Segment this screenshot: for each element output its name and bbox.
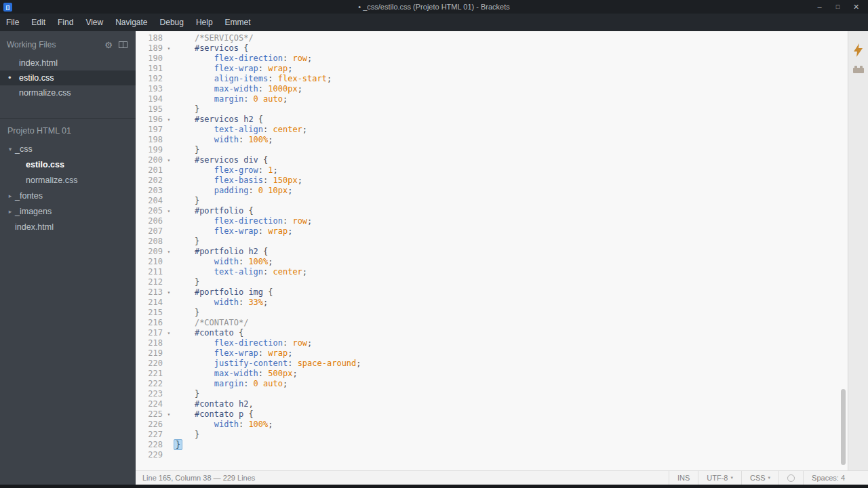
menu-edit[interactable]: Edit [25, 14, 52, 31]
line-number: 216 [136, 318, 163, 328]
line-number: 215 [136, 308, 163, 318]
code-text: flex-direction: row; [175, 216, 312, 226]
code-text: /*CONTATO*/ [175, 318, 248, 328]
lint-status[interactable] [778, 471, 803, 485]
split-view-icon[interactable] [119, 41, 127, 48]
code-line-222: 222 margin: 0 auto; [136, 379, 848, 389]
fold-arrow-icon[interactable]: ▾ [163, 328, 175, 338]
live-preview-icon[interactable] [854, 43, 863, 57]
code-text: max-width: 500px; [175, 369, 298, 379]
window-title: • _css/estilo.css (Projeto HTML 01) - Br… [0, 0, 868, 14]
unsaved-dot: • [8, 70, 12, 85]
code-text: } [175, 430, 199, 440]
fold-gutter [163, 369, 175, 379]
code-text: width: 100%; [175, 135, 273, 145]
code-text: max-width: 1000px; [175, 84, 302, 94]
indent-setting[interactable]: Spaces: 4 [803, 471, 868, 485]
code-text: text-align: center; [175, 125, 307, 135]
fold-gutter [163, 308, 175, 318]
menu-help[interactable]: Help [190, 14, 219, 31]
code-line-213: 213▾ #portfolio img { [136, 287, 848, 298]
tree-file-normalize.css[interactable]: normalize.css [0, 173, 136, 188]
code-line-229: 229 [136, 450, 848, 460]
line-number: 200 [136, 155, 163, 165]
working-file-normalize.css[interactable]: normalize.css [0, 85, 136, 100]
code-text: } [175, 104, 199, 115]
fold-arrow-icon[interactable]: ▾ [163, 43, 175, 54]
code-line-188: 188 /*SERVIÇOS*/ [136, 33, 848, 43]
insert-mode-toggle[interactable]: INS [669, 471, 698, 485]
fold-arrow-icon[interactable]: ▾ [163, 206, 175, 216]
code-line-219: 219 flex-wrap: wrap; [136, 348, 848, 359]
extension-manager-icon[interactable] [852, 65, 865, 74]
fold-arrow-icon[interactable]: ▾ [163, 155, 175, 165]
fold-arrow-icon[interactable]: ▾ [163, 115, 175, 125]
working-file-estilo.css[interactable]: •estilo.css [0, 70, 136, 85]
window-controls: – □ ✕ [810, 0, 868, 14]
fold-gutter [163, 165, 175, 176]
fold-gutter [163, 125, 175, 135]
disclosure-collapsed-icon[interactable]: ▸ [5, 188, 15, 204]
code-line-197: 197 text-align: center; [136, 125, 848, 135]
fold-arrow-icon[interactable]: ▾ [163, 287, 175, 298]
menu-emmet[interactable]: Emmet [219, 14, 257, 31]
line-number: 218 [136, 338, 163, 348]
code-text: flex-direction: row; [175, 338, 312, 348]
tree-folder-_imagens[interactable]: ▸_imagens [0, 204, 136, 220]
cursor-position: Line 165, Column 38 — 229 Lines [136, 471, 669, 485]
minimize-button[interactable]: – [810, 0, 829, 14]
tree-file-index.html[interactable]: index.html [0, 220, 136, 235]
language-selector[interactable]: CSS ▾ [741, 471, 778, 485]
fold-arrow-icon[interactable]: ▾ [163, 247, 175, 257]
line-number: 223 [136, 389, 163, 399]
fold-gutter [163, 186, 175, 196]
tree-file-estilo.css[interactable]: estilo.css [0, 157, 136, 173]
titlebar[interactable]: [] • _css/estilo.css (Projeto HTML 01) -… [0, 0, 868, 14]
line-number: 204 [136, 196, 163, 206]
project-title[interactable]: Projeto HTML 01 [0, 119, 136, 142]
line-number: 212 [136, 277, 163, 287]
gear-icon[interactable]: ⚙ [104, 41, 113, 49]
menu-find[interactable]: Find [52, 14, 79, 31]
line-number: 205 [136, 206, 163, 216]
encoding-selector[interactable]: UTF-8 ▾ [698, 471, 741, 485]
menu-debug[interactable]: Debug [154, 14, 190, 31]
code-line-203: 203 padding: 0 10px; [136, 186, 848, 196]
menu-navigate[interactable]: Navigate [109, 14, 153, 31]
code-line-204: 204 } [136, 196, 848, 206]
fold-gutter [163, 359, 175, 369]
code-line-220: 220 justify-content: space-around; [136, 359, 848, 369]
disclosure-collapsed-icon[interactable]: ▸ [5, 204, 15, 220]
tree-label: _css [15, 142, 33, 157]
restore-button[interactable]: □ [829, 0, 847, 14]
menu-file[interactable]: File [0, 14, 25, 31]
code-line-228: 228} [136, 440, 848, 450]
code-line-202: 202 flex-basis: 150px; [136, 176, 848, 186]
code-text: } [175, 145, 199, 155]
tree-folder-_fontes[interactable]: ▸_fontes [0, 188, 136, 204]
fold-arrow-icon[interactable]: ▾ [163, 409, 175, 420]
tree-folder-_css[interactable]: ▾_css [0, 142, 136, 157]
project-tree: ▾_cssestilo.cssnormalize.css▸_fontes▸_im… [0, 142, 136, 235]
fold-gutter [163, 226, 175, 237]
code-text: #contato h2, [175, 399, 254, 409]
code-text: } [175, 277, 199, 287]
menu-view[interactable]: View [79, 14, 109, 31]
close-button[interactable]: ✕ [847, 0, 865, 14]
editor-scrollbar-thumb[interactable] [841, 389, 846, 465]
fold-gutter [163, 450, 175, 460]
fold-gutter [163, 389, 175, 399]
code-line-226: 226 width: 100%; [136, 420, 848, 430]
line-number: 211 [136, 267, 163, 277]
working-file-index.html[interactable]: index.html [0, 56, 136, 70]
fold-gutter [163, 298, 175, 308]
brackets-logo-icon: [] [3, 3, 12, 12]
line-number: 217 [136, 328, 163, 338]
line-number: 194 [136, 94, 163, 104]
code-line-199: 199 } [136, 145, 848, 155]
fold-gutter [163, 430, 175, 440]
editor[interactable]: 188 /*SERVIÇOS*/189▾ #servicos {190 flex… [136, 31, 848, 470]
code-text: margin: 0 auto; [175, 379, 288, 389]
brackets-window: [] • _css/estilo.css (Projeto HTML 01) -… [0, 0, 868, 488]
disclosure-expanded-icon[interactable]: ▾ [5, 142, 15, 157]
